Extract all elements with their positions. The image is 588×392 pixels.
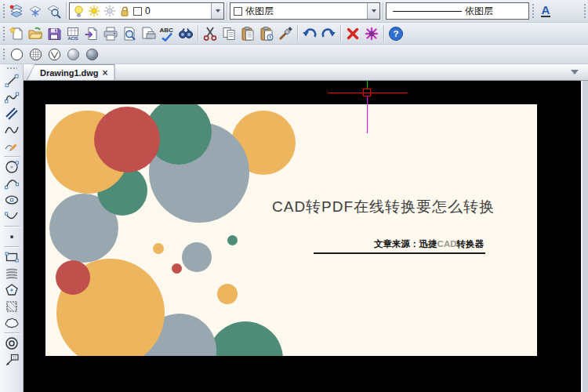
paste-special-button[interactable] — [257, 24, 276, 43]
spell-check-button[interactable]: ABC — [158, 24, 176, 43]
svg-text:ABC: ABC — [160, 27, 174, 34]
linetype-combo[interactable]: 依图层 — [386, 2, 529, 20]
window-edge — [583, 81, 588, 392]
region-icon — [4, 299, 20, 314]
erase-icon — [345, 26, 361, 42]
rectangle-button[interactable] — [2, 249, 22, 265]
multiline-button[interactable] — [2, 105, 22, 122]
current-color-label: 依图层 — [245, 5, 274, 18]
layer-combo[interactable]: 0 — [69, 2, 224, 20]
redo-icon — [321, 26, 336, 42]
cut-button[interactable] — [201, 24, 220, 43]
copy-button[interactable] — [220, 24, 238, 43]
color-combo-dropdown[interactable] — [367, 3, 379, 19]
current-color-swatch — [234, 7, 242, 16]
color-combo[interactable]: 依图层 — [230, 2, 380, 20]
point-button[interactable] — [2, 228, 22, 245]
match-properties-button[interactable] — [276, 24, 295, 43]
conceptual-style-icon — [85, 47, 100, 62]
save-button[interactable] — [45, 24, 64, 43]
drawing-source-text: 文章来源：迅捷CAD转换器 — [374, 238, 484, 250]
circle-button[interactable] — [2, 158, 22, 175]
undo-button[interactable] — [300, 24, 319, 43]
text-style-icon: A — [541, 5, 551, 17]
print-icon — [103, 26, 118, 42]
save-icon — [46, 26, 62, 42]
spline-button[interactable] — [2, 122, 22, 138]
linetype-sample — [393, 11, 462, 12]
wireframe-3d-button[interactable] — [26, 45, 45, 64]
arc-icon — [4, 176, 20, 191]
open-icon — [27, 26, 43, 42]
acis-export-button[interactable]: ACIS — [64, 24, 82, 43]
layer-states-button[interactable] — [26, 2, 45, 20]
layer-properties-icon — [8, 3, 25, 19]
wireframe-2d-button[interactable] — [7, 45, 26, 64]
paste-special-icon — [259, 26, 274, 42]
erase-button[interactable] — [343, 24, 362, 43]
visual-styles-toolbar — [0, 45, 588, 64]
arc-button[interactable] — [2, 175, 22, 191]
toolbar-grip[interactable] — [2, 25, 5, 42]
lock-icon — [119, 5, 130, 18]
find-button[interactable] — [176, 24, 195, 43]
acis-export-icon: ACIS — [65, 26, 81, 42]
ellipse-button[interactable] — [2, 191, 22, 208]
hatch-button[interactable] — [2, 265, 22, 281]
drawing-canvas[interactable]: CAD转PDF在线转换要怎么转换 文章来源：迅捷CAD转换器 — [24, 81, 583, 392]
tab-drawing1[interactable]: Drawing1.dwg × — [27, 64, 115, 80]
export-button[interactable] — [82, 24, 101, 43]
print-preview-button[interactable] — [120, 24, 139, 43]
toolbar-grip[interactable] — [2, 2, 5, 20]
page-setup-button[interactable] — [139, 24, 158, 43]
conceptual-style-button[interactable] — [82, 45, 101, 64]
revcloud-button[interactable] — [2, 314, 22, 331]
polygon-button[interactable] — [2, 281, 22, 298]
document-area: Drawing1.dwg × CAD转PDF在线转换要怎么转换 文章来源：迅捷C… — [24, 64, 588, 392]
realistic-style-button[interactable] — [64, 45, 82, 64]
hatch-icon — [4, 266, 20, 281]
layer-walk-icon — [45, 3, 63, 19]
purge-button[interactable] — [362, 24, 381, 43]
spline-icon — [4, 122, 20, 138]
toolbar-grip[interactable] — [583, 2, 586, 20]
open-button[interactable] — [26, 24, 45, 43]
text-style-button[interactable]: A — [536, 2, 555, 20]
redo-button[interactable] — [319, 24, 338, 43]
polyline-button[interactable] — [2, 89, 22, 105]
toolbar-grip[interactable] — [531, 2, 535, 20]
cut-icon — [202, 26, 218, 42]
standard-toolbar: ACIS — [0, 23, 588, 45]
drawing-circle — [56, 260, 90, 295]
sun-icon — [88, 5, 100, 17]
layer-walk-button[interactable] — [45, 2, 64, 20]
rectangle-icon — [4, 249, 20, 265]
hidden-style-button[interactable] — [45, 45, 64, 64]
spell-check-icon: ABC — [159, 26, 175, 42]
find-icon — [178, 26, 194, 42]
arc-alt-button[interactable] — [2, 208, 22, 224]
leader-button[interactable] — [2, 351, 22, 368]
layer-properties-button[interactable] — [7, 2, 26, 20]
current-linetype-label: 依图层 — [465, 5, 493, 18]
new-button[interactable] — [7, 24, 26, 43]
hidden-style-icon — [47, 47, 62, 62]
line-button[interactable] — [2, 72, 22, 89]
paste-button[interactable] — [238, 24, 257, 43]
sketch-button[interactable] — [2, 138, 22, 154]
toolbar-grip[interactable] — [6, 67, 17, 71]
donut-button[interactable] — [2, 335, 22, 351]
region-button[interactable] — [2, 298, 22, 314]
print-button[interactable] — [101, 24, 120, 43]
separator — [4, 156, 20, 157]
tab-list-dropdown-icon[interactable] — [571, 70, 579, 74]
toolbar-grip[interactable] — [2, 47, 5, 61]
tab-close-icon[interactable]: × — [103, 69, 108, 77]
leader-icon — [4, 352, 20, 368]
layer-combo-dropdown[interactable] — [211, 3, 223, 19]
layer-color-swatch — [133, 7, 142, 16]
separator — [4, 226, 20, 227]
help-button[interactable]: ? — [387, 24, 405, 43]
freeze-icon — [103, 5, 116, 17]
lightbulb-icon — [73, 5, 85, 18]
